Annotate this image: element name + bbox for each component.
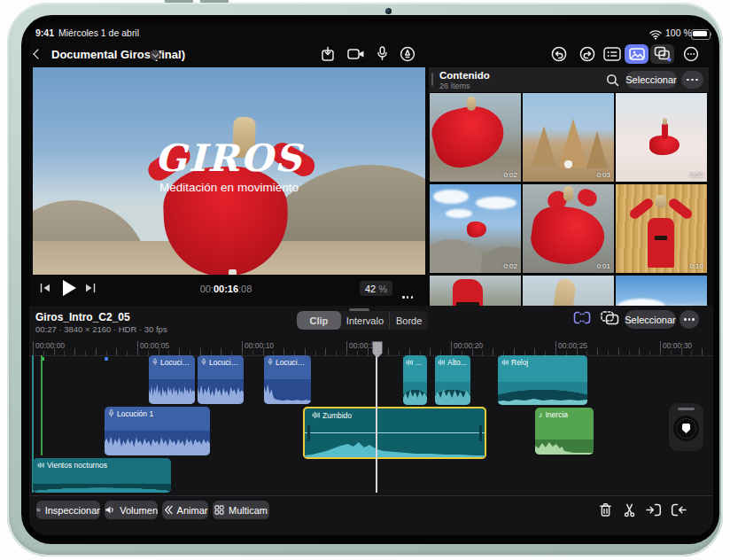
- timecode-main: 00:16: [214, 284, 238, 294]
- segment-clip[interactable]: Clip: [297, 311, 341, 330]
- jog-dial[interactable]: [673, 416, 699, 441]
- back-button[interactable]: [35, 47, 49, 61]
- pencil-hover-icon[interactable]: [400, 46, 415, 62]
- skip-to-end-icon[interactable]: [84, 282, 97, 294]
- mic-icon: [152, 358, 158, 366]
- mic-icon: [201, 358, 206, 366]
- inspector-icon[interactable]: [603, 47, 621, 61]
- timeline-clip-inercia[interactable]: ♪Inercia: [535, 408, 594, 455]
- wifi-icon: [648, 29, 663, 40]
- ruler-label: 00:00:00: [35, 341, 65, 350]
- inspect-button[interactable]: Inspeccionar: [36, 501, 100, 519]
- playhead-line[interactable]: [376, 341, 377, 493]
- volume-button[interactable]: Volumen: [105, 501, 158, 519]
- speaker-icon: [105, 505, 115, 515]
- timeline-ruler[interactable]: 00:00:00 00:00:05 00:00:10 00:00:15 00:0…: [29, 341, 713, 355]
- timeline-select-label: Seleccionar: [625, 315, 675, 325]
- timeline-clip-locucion3[interactable]: Locución 3: [264, 355, 311, 404]
- browser-select-button[interactable]: Seleccionar: [625, 71, 677, 89]
- project-title[interactable]: Documental Giros (final): [51, 48, 185, 61]
- video-title-overlay: GIROS: [33, 136, 425, 180]
- media-thumbnail[interactable]: 0:03: [523, 93, 614, 182]
- ruler-label: 00:00:20: [454, 341, 483, 350]
- mic-icon: [108, 409, 114, 417]
- media-thumbnail[interactable]: 0:02: [430, 184, 521, 273]
- marker-row: [29, 357, 713, 361]
- clip-duration: 0:02: [689, 171, 703, 179]
- timeline-clip-locucion2a[interactable]: Locución 2: [149, 355, 195, 404]
- clip-duration: 0:02: [503, 262, 517, 270]
- timecode-pre: 00:: [200, 284, 214, 294]
- figure-leg: [229, 269, 237, 275]
- timeline-clip-vientos[interactable]: Vientos nocturnos: [33, 458, 171, 493]
- export-icon[interactable]: [320, 46, 336, 62]
- skip-to-start-icon[interactable]: [39, 282, 51, 294]
- more-menu-icon[interactable]: [683, 46, 699, 62]
- clip-duration: 0:01: [596, 262, 610, 270]
- trim-handle-left[interactable]: [307, 425, 310, 441]
- segment-intervalo[interactable]: Intervalo: [341, 311, 390, 330]
- timeline-more-button[interactable]: [680, 310, 699, 329]
- effects-browser-button[interactable]: [650, 44, 674, 64]
- status-date: Miércoles 1 de abril: [58, 27, 139, 38]
- jog-grip: [678, 408, 695, 410]
- media-thumbnail[interactable]: 0:01: [523, 184, 614, 273]
- timeline-clip-ambience1[interactable]: ...: [403, 355, 427, 405]
- battery-icon: [691, 29, 711, 40]
- camera-icon[interactable]: [347, 48, 365, 60]
- viewer-zoom-control[interactable]: 42%: [360, 281, 392, 296]
- split-clip-icon[interactable]: [622, 502, 637, 517]
- browser-more-button[interactable]: [681, 71, 703, 89]
- media-thumbnail[interactable]: 0:02: [430, 93, 521, 182]
- animate-button[interactable]: Animar: [162, 501, 208, 519]
- browser-title: Contenido: [439, 70, 490, 81]
- redo-icon[interactable]: [579, 46, 595, 62]
- browser-header: Contenido 26 ítems Seleccionar: [429, 67, 709, 93]
- multicam-grid-icon: [214, 505, 224, 515]
- segment-borde[interactable]: Borde: [389, 311, 428, 330]
- timeline-clip-reloj[interactable]: Reloj: [498, 355, 587, 405]
- play-button[interactable]: [63, 280, 76, 296]
- microphone-icon[interactable]: [377, 46, 388, 61]
- timeline-panel: Giros_Intro_C2_05 00:27 · 3840 × 2160 · …: [29, 306, 713, 535]
- search-icon[interactable]: [606, 74, 619, 87]
- viewer-preview[interactable]: GIROS Meditación en movimiento: [33, 67, 425, 275]
- volume-line[interactable]: [305, 432, 485, 433]
- media-icon: [629, 48, 645, 60]
- ruler-label: 00:00:25: [558, 341, 587, 350]
- audio-waveform-icon: [312, 411, 320, 419]
- title-chevron-button[interactable]: [150, 50, 160, 60]
- undo-icon[interactable]: [551, 46, 567, 62]
- content-browser: Contenido 26 ítems Seleccionar 0:02: [429, 67, 709, 323]
- clip-duration: 0:03: [596, 171, 610, 179]
- insert-clip-icon[interactable]: [646, 503, 662, 517]
- timecode-display[interactable]: 00:00:16:08: [197, 281, 255, 296]
- timeline-clip-locucion2b[interactable]: Locución 2: [198, 355, 244, 404]
- front-camera: [385, 8, 392, 14]
- timeline-select-button[interactable]: Seleccionar: [625, 310, 676, 329]
- jog-wheel[interactable]: [669, 403, 703, 451]
- multicam-button[interactable]: Multicam: [213, 501, 269, 519]
- trim-mode-segmented-control: Clip Intervalo Borde: [297, 311, 428, 330]
- timeline-clip-zumbido-selected[interactable]: Zumbido: [303, 407, 486, 459]
- audio-waveform-icon: [438, 359, 445, 366]
- clip-connections-icon[interactable]: [572, 310, 592, 325]
- overwrite-clip-icon[interactable]: [671, 503, 687, 517]
- timeline-clip-alto[interactable]: Alto...: [435, 355, 470, 405]
- media-thumbnail[interactable]: 0:10: [616, 184, 707, 273]
- panel-drag-handle[interactable]: [431, 73, 433, 86]
- viewer-more-icon[interactable]: [401, 286, 414, 302]
- media-thumbnail[interactable]: 0:02: [616, 93, 707, 182]
- overlay-view-icon[interactable]: [601, 311, 619, 325]
- media-browser-button-active[interactable]: [625, 44, 648, 64]
- timeline-green-marker-line: [41, 355, 43, 455]
- inspect-icon: [36, 505, 41, 515]
- trash-icon[interactable]: [599, 502, 612, 517]
- zoom-value: 42: [365, 284, 376, 294]
- trim-handle-right[interactable]: [479, 425, 482, 441]
- mic-icon: [268, 358, 273, 366]
- browser-select-label: Seleccionar: [625, 74, 676, 85]
- timeline-clip-locucion1[interactable]: Locución 1: [105, 407, 210, 455]
- audio-waveform-icon: [406, 359, 413, 366]
- timecode-post: :08: [238, 284, 252, 294]
